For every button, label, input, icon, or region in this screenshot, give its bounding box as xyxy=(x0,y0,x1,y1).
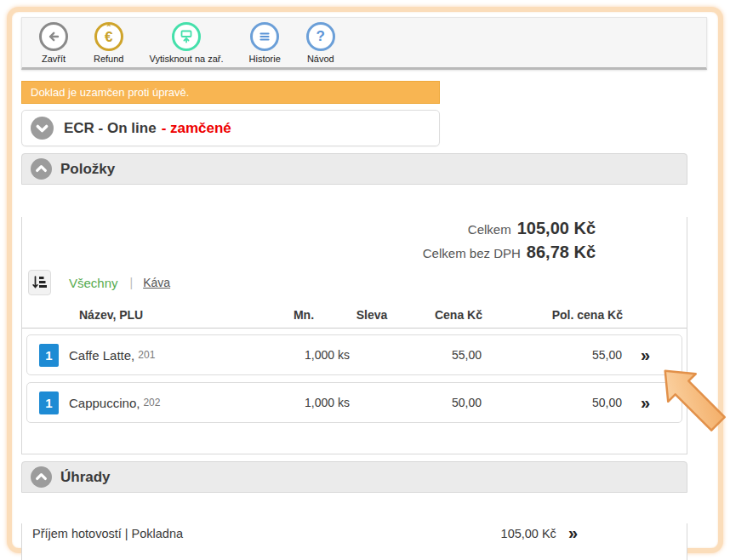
item-qty: 1,000 ks xyxy=(256,396,350,409)
item-line-price: 55,00 xyxy=(482,348,622,362)
print-button-label: Vytisknout na zař. xyxy=(149,54,223,64)
item-row-caffe-latte[interactable]: 1 Caffe Latte, 201 1,000 ks 55,00 55,00 … xyxy=(26,334,682,375)
qty-badge: 1 xyxy=(39,344,59,367)
refund-button-label: Refund xyxy=(94,54,123,64)
item-name: Cappuccino, xyxy=(69,396,140,410)
payments-section-header[interactable]: Úhrady xyxy=(21,461,687,493)
items-section-header[interactable]: Položky xyxy=(21,153,687,185)
payments-section-title: Úhrady xyxy=(60,469,111,486)
items-panel: Celkem105,00 Kč Celkem bez DPH86,78 Kč V… xyxy=(21,217,687,454)
payment-method-label: Příjem hotovostí | Pokladna xyxy=(32,527,183,540)
tutorial-cursor-arrow xyxy=(648,351,730,446)
question-mark-icon: ? xyxy=(306,22,335,51)
history-list-icon xyxy=(250,22,279,51)
header-name-plu: Název, PLU xyxy=(22,308,257,322)
total-value: 105,00 Kč xyxy=(517,219,596,237)
filter-all-tab[interactable]: Všechny xyxy=(69,276,118,290)
payment-row[interactable]: Příjem hotovostí | Pokladna 105,00 Kč » xyxy=(22,523,687,543)
header-price: Cena Kč xyxy=(393,308,482,322)
chevron-up-circle-icon[interactable] xyxy=(31,158,52,180)
close-button[interactable]: Zavřít xyxy=(39,22,68,64)
sort-button[interactable] xyxy=(28,270,51,295)
filter-separator: | xyxy=(130,276,134,289)
item-plu: 202 xyxy=(143,397,160,409)
item-name: Caffe Latte, xyxy=(69,348,134,363)
back-arrow-icon xyxy=(39,22,68,51)
header-item-price: Pol. cena Kč xyxy=(482,308,623,322)
items-table-header: Název, PLU Mn. Sleva Cena Kč Pol. cena K… xyxy=(22,302,687,329)
qty-badge: 1 xyxy=(39,391,59,414)
item-plu: 201 xyxy=(138,349,155,361)
toolbar: Zavřít ˆ € Refund Vytisknout na zař. xyxy=(21,17,707,70)
document-locked-banner: Doklad je uzamčen proti úpravě. xyxy=(21,81,440,104)
header-qty: Mn. xyxy=(257,308,351,322)
totals-block: Celkem105,00 Kč Celkem bez DPH86,78 Kč xyxy=(22,217,687,265)
print-device-icon xyxy=(172,22,201,51)
total-line: Celkem105,00 Kč xyxy=(22,217,596,241)
total-no-vat-line: Celkem bez DPH86,78 Kč xyxy=(22,241,596,265)
payment-amount: 105,00 Kč xyxy=(501,527,556,540)
ecr-locked-status: - zamčené xyxy=(162,120,231,137)
history-button-label: Historie xyxy=(249,54,281,64)
item-line-price: 50,00 xyxy=(482,396,622,409)
items-section-title: Položky xyxy=(60,161,115,178)
euro-refund-icon: ˆ € xyxy=(94,22,123,51)
close-button-label: Zavřít xyxy=(42,54,66,64)
payments-panel: Příjem hotovostí | Pokladna 105,00 Kč » xyxy=(21,523,687,560)
total-label: Celkem xyxy=(468,222,511,237)
refund-button[interactable]: ˆ € Refund xyxy=(94,22,123,64)
filter-category-tab[interactable]: Káva xyxy=(143,276,170,289)
print-to-device-button[interactable]: Vytisknout na zař. xyxy=(149,22,223,64)
filter-row: Všechny | Káva xyxy=(22,270,687,295)
header-discount: Sleva xyxy=(351,308,393,322)
chevron-down-circle-icon[interactable] xyxy=(31,117,54,140)
locked-banner-text: Doklad je uzamčen proti úpravě. xyxy=(31,86,189,99)
page-content: Zavřít ˆ € Refund Vytisknout na zař. xyxy=(21,17,707,560)
history-button[interactable]: Historie xyxy=(249,22,281,64)
screenshot-frame: Zavřít ˆ € Refund Vytisknout na zař. xyxy=(7,7,723,553)
item-price: 55,00 xyxy=(392,348,482,362)
item-qty: 1,000 ks xyxy=(256,348,350,362)
ecr-section-header[interactable]: ECR - On line - zamčené xyxy=(21,110,440,146)
chevron-up-circle-icon[interactable] xyxy=(31,466,52,488)
payment-detail-chevron[interactable]: » xyxy=(568,523,578,543)
help-button-label: Návod xyxy=(307,54,334,64)
sort-icon xyxy=(32,275,47,290)
total-no-vat-label: Celkem bez DPH xyxy=(423,246,521,260)
total-no-vat-value: 86,78 Kč xyxy=(527,243,596,261)
item-price: 50,00 xyxy=(392,396,482,409)
ecr-title: ECR - On line xyxy=(64,120,157,137)
item-row-cappuccino[interactable]: 1 Cappuccino, 202 1,000 ks 50,00 50,00 » xyxy=(26,382,682,423)
help-button[interactable]: ? Návod xyxy=(306,22,335,64)
